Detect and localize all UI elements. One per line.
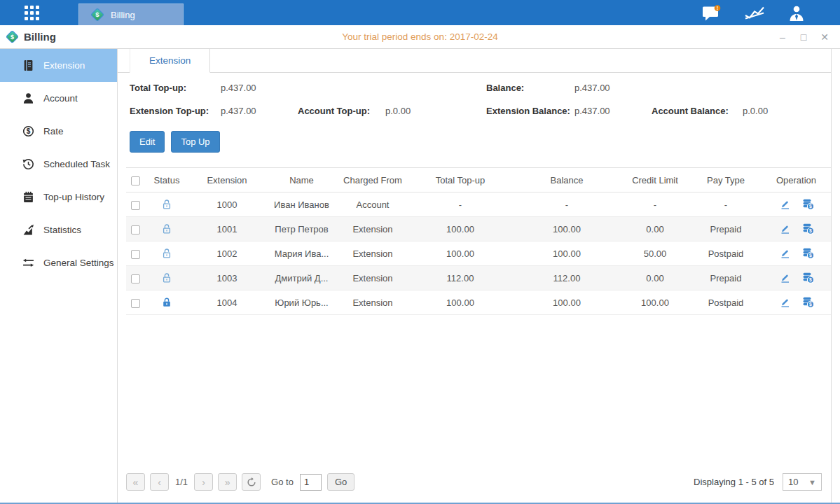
sidebar-item-statistics[interactable]: Statistics [0,214,117,246]
column-header: Extension [189,168,265,192]
settings-icon [22,257,34,269]
topup-row-icon[interactable]: $ [802,297,814,309]
topup-row-icon[interactable]: $ [802,199,814,211]
tab-bar: Extension [118,49,831,73]
select-all-checkbox[interactable] [131,176,140,186]
row-checkbox[interactable] [131,274,140,284]
extension-topup-value: p.437.00 [221,106,298,116]
total-topup-cell: 100.00 [407,241,514,266]
last-page-button[interactable]: » [218,473,237,491]
row-checkbox[interactable] [131,201,140,210]
svg-text:$: $ [11,34,14,41]
sidebar-item-label: Scheduled Task [43,159,110,169]
goto-page-input[interactable] [300,474,322,491]
sidebar-item-scheduled-task[interactable]: Scheduled Task [0,148,117,181]
row-checkbox[interactable] [131,299,140,308]
sidebar-item-label: Statistics [43,225,81,235]
sidebar-item-account[interactable]: Account [0,82,117,115]
history-clock-icon [22,158,34,170]
table-row: 1003Дмитрий Д...Extension112.00112.000.0… [126,266,831,290]
pay-type-cell: Postpaid [690,241,762,266]
table-row: 1001Петр ПетровExtension100.00100.000.00… [126,217,831,241]
column-header: Balance [514,168,620,192]
sidebar-item-label: Account [43,93,78,104]
row-checkbox[interactable] [131,225,140,234]
edit-row-icon[interactable] [779,223,791,235]
balance-cell: 100.00 [514,290,620,315]
resource-monitor-icon[interactable] [744,5,765,20]
prev-page-button[interactable]: ‹ [150,473,169,491]
page-size-select[interactable]: 10 ▼ [783,473,822,491]
column-header: Charged From [338,168,407,192]
extension-balance-value: p.437.00 [574,106,652,116]
main-area: ExtensionAccount$RateScheduled TaskTop-u… [0,49,840,503]
status-unlocked-icon [161,199,172,209]
sidebar-item-label: Rate [43,126,64,136]
first-page-button[interactable]: « [126,473,145,491]
edit-row-icon[interactable] [779,199,791,211]
status-unlocked-icon [161,272,172,283]
extension-balance-label: Extension Balance: [486,106,574,116]
billing-diamond-icon: $ [90,8,104,22]
next-page-button[interactable]: › [194,473,213,491]
account-topup-label: Account Top-up: [298,106,385,116]
topbar: $ Billing ! [0,0,840,25]
sidebar-item-general-settings[interactable]: General Settings [0,246,117,279]
statistics-icon [22,224,34,236]
svg-text:$: $ [27,127,31,135]
svg-text:$: $ [809,302,812,307]
account-balance-label: Account Balance: [652,106,743,116]
close-icon[interactable]: ✕ [819,31,830,43]
table-row: 1002Мария Ива...Extension100.00100.0050.… [126,241,831,266]
name-cell: Петр Петров [265,217,338,241]
pay-type-cell: - [690,192,762,217]
app-launcher-icon[interactable] [25,6,40,20]
edit-row-icon[interactable] [779,297,791,309]
edit-button[interactable]: Edit [130,131,165,153]
status-unlocked-icon [161,223,172,234]
pagination-bar: « ‹ 1/1 › » Go to Go Displaying 1 - 5 of… [118,473,831,503]
account-topup-value: p.0.00 [385,106,486,116]
name-cell: Иван Иванов [265,192,338,217]
name-cell: Юрий Юрь... [265,290,338,315]
sidebar-item-rate[interactable]: $Rate [0,115,117,148]
edit-row-icon[interactable] [779,248,791,260]
select-all-cell [126,168,144,192]
total-topup-label: Total Top-up: [130,83,221,93]
status-locked-icon [161,297,172,307]
top-up-button[interactable]: Top Up [171,131,219,153]
status-unlocked-icon [161,248,172,258]
name-cell: Мария Ива... [265,241,338,266]
page-title: Billing [24,31,56,43]
sidebar-item-extension[interactable]: Extension [0,49,117,82]
notebook-icon [22,191,34,203]
maximize-icon[interactable]: □ [798,31,809,43]
topup-row-icon[interactable]: $ [802,248,814,260]
credit-limit-cell: 0.00 [620,266,690,290]
user-account-icon[interactable] [788,5,805,21]
refresh-button[interactable] [242,473,261,491]
ledger-icon [22,59,34,71]
balance-cell: 100.00 [514,241,620,266]
edit-row-icon[interactable] [779,272,791,284]
minimize-icon[interactable]: – [777,31,788,43]
column-header: Operation [762,168,831,192]
go-button[interactable]: Go [327,473,354,491]
sidebar-item-top-up-history[interactable]: Top-up History [0,181,117,214]
row-checkbox[interactable] [131,250,140,259]
charged-from-cell: Extension [338,241,407,266]
tab-extension[interactable]: Extension [130,49,210,73]
pay-type-cell: Postpaid [690,290,762,315]
billing-diamond-icon: $ [6,30,19,43]
total-topup-cell: 100.00 [407,217,514,241]
taskbar-tab-billing[interactable]: $ Billing [78,4,184,25]
displaying-text: Displaying 1 - 5 of 5 [694,477,774,487]
topup-row-icon[interactable]: $ [802,223,814,235]
svg-text:$: $ [809,228,812,234]
svg-text:$: $ [95,10,99,18]
column-header: Status [144,168,189,192]
extension-cell: 1001 [189,217,265,241]
notifications-icon[interactable]: ! [702,5,721,21]
extension-cell: 1002 [189,241,265,266]
topup-row-icon[interactable]: $ [802,272,814,284]
